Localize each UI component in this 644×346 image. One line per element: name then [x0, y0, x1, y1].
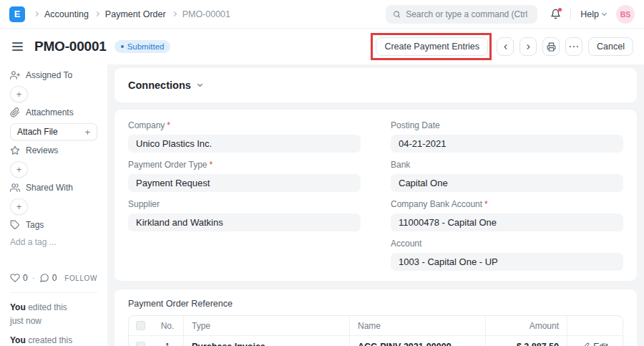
chevron-right-icon	[94, 11, 99, 16]
select-all-checkbox[interactable]	[136, 321, 145, 330]
tag-icon	[10, 220, 20, 230]
add-share-button[interactable]: +	[10, 198, 28, 215]
assigned-to-label: Assigned To	[26, 70, 72, 80]
prev-document-button[interactable]	[497, 37, 514, 56]
users-icon	[10, 183, 20, 193]
chevron-down-icon	[602, 10, 607, 15]
follow-button[interactable]: FOLLOW	[64, 274, 97, 282]
breadcrumb: Accounting Payment Order PMO-00001	[28, 9, 230, 19]
app-logo[interactable]: E	[9, 6, 25, 22]
status-label: Submitted	[127, 42, 165, 51]
column-header-no: No.	[152, 316, 183, 335]
supplier-input[interactable]: Kirkland and Watkins	[128, 213, 361, 231]
table-row: 1 Purchase Invoice ACC-PINV-2021-00009 $…	[129, 336, 623, 346]
activity-action: created this	[28, 335, 72, 345]
shared-with-label: Shared With	[26, 183, 73, 193]
field-account: Account 1003 - Capital One - UP	[391, 239, 623, 271]
search-icon	[393, 10, 401, 19]
field-label: Bank	[391, 160, 410, 170]
connections-section-header[interactable]: Connections	[114, 68, 637, 102]
activity-actor: You	[10, 302, 26, 312]
likes-count: 0	[23, 273, 28, 283]
more-actions-button[interactable]	[565, 37, 582, 56]
next-document-button[interactable]	[519, 37, 537, 56]
activity-time: just now	[10, 316, 42, 326]
column-header-actions	[567, 316, 623, 335]
create-payment-entries-button[interactable]: Create Payment Entries	[376, 37, 488, 56]
add-review-button[interactable]: +	[10, 161, 28, 178]
help-menu[interactable]: Help	[580, 9, 606, 19]
top-nav-bar: E Accounting Payment Order PMO-00001 Hel…	[0, 0, 644, 29]
search-input[interactable]	[406, 9, 530, 19]
add-tag-input[interactable]: Add a tag ...	[10, 237, 97, 247]
row-checkbox[interactable]	[136, 342, 145, 346]
reviews-label: Reviews	[26, 145, 58, 155]
activity-entry: You created this just now	[10, 334, 97, 346]
page-title: PMO-00001	[34, 39, 107, 54]
chevron-left-icon	[502, 43, 509, 51]
main-content: Connections Company * Unico Plastics Inc…	[107, 64, 644, 346]
star-icon	[10, 145, 20, 155]
global-search[interactable]	[386, 5, 537, 24]
posting-date-input[interactable]: 04-21-2021	[391, 135, 623, 153]
sidebar-toggle-icon[interactable]	[11, 39, 24, 54]
document-sidebar: Assigned To + Attachments Attach File + …	[0, 64, 107, 346]
breadcrumb-current: PMO-00001	[182, 9, 230, 19]
print-button[interactable]	[542, 37, 560, 56]
user-avatar[interactable]: BS	[616, 5, 635, 24]
required-marker: *	[484, 199, 488, 210]
attach-file-button[interactable]: Attach File +	[10, 123, 97, 140]
reference-table-card: Payment Order Reference No. Type Name Am…	[114, 289, 637, 346]
notifications-button[interactable]	[550, 9, 561, 19]
company-input[interactable]: Unico Plastics Inc.	[128, 135, 361, 153]
bank-input[interactable]: Capital One	[391, 174, 623, 192]
breadcrumb-accounting[interactable]: Accounting	[44, 9, 89, 19]
notification-dot	[558, 8, 562, 11]
ellipsis-icon	[570, 46, 579, 48]
column-header-type: Type	[183, 316, 349, 335]
table-header-row: No. Type Name Amount	[129, 316, 623, 336]
row-edit-button[interactable]: Edit	[567, 336, 623, 346]
field-label: Supplier	[128, 199, 160, 210]
attachments-label: Attachments	[26, 107, 74, 117]
account-input[interactable]: 1003 - Capital One - UP	[391, 253, 623, 271]
row-type: Purchase Invoice	[183, 336, 349, 346]
comments-count: 0	[52, 273, 57, 283]
row-name: ACC-PINV-2021-00009	[349, 336, 485, 346]
breadcrumb-payment-order[interactable]: Payment Order	[105, 9, 166, 19]
heart-icon[interactable]	[10, 273, 20, 283]
social-row: 0 · 0 FOLLOW	[10, 273, 97, 283]
details-form-card: Company * Unico Plastics Inc. Payment Or…	[114, 110, 637, 281]
activity-action: edited this	[28, 302, 67, 312]
field-label: Account	[391, 239, 421, 249]
status-badge: Submitted	[114, 40, 171, 53]
header-divider	[570, 9, 571, 19]
paperclip-icon	[10, 107, 20, 117]
company-bank-account-input[interactable]: 11000478 - Capital One	[391, 213, 623, 231]
activity-entry: You edited this just now	[10, 301, 97, 327]
field-posting-date: Posting Date 04-21-2021	[391, 120, 623, 153]
cancel-button[interactable]: Cancel	[588, 37, 633, 56]
sidebar-divider	[10, 292, 97, 293]
reference-table: No. Type Name Amount 1 Purchase Invoice …	[128, 315, 623, 346]
user-plus-icon	[10, 70, 20, 80]
column-header-amount: Amount	[485, 316, 567, 335]
pencil-icon	[582, 342, 590, 346]
field-label: Posting Date	[391, 120, 440, 131]
attach-file-label: Attach File	[17, 127, 58, 137]
page-title-bar: PMO-00001 Submitted Create Payment Entri…	[0, 29, 644, 64]
printer-icon	[547, 42, 556, 52]
add-assignment-button[interactable]: +	[10, 86, 28, 102]
action-toolbar: Create Payment Entries Cancel	[376, 37, 633, 56]
chevron-right-icon	[525, 43, 532, 51]
field-label: Payment Order Type	[128, 160, 208, 170]
tags-section: Tags Add a tag ...	[10, 218, 97, 247]
payment-order-type-input[interactable]: Payment Request	[128, 174, 361, 192]
chevron-down-icon	[197, 82, 203, 87]
field-label: Company Bank Account	[391, 199, 482, 210]
tags-label: Tags	[26, 220, 44, 230]
comment-icon[interactable]	[39, 273, 49, 283]
attachments-section: Attachments Attach File +	[10, 106, 97, 140]
plus-icon: +	[84, 127, 90, 138]
reviews-section: Reviews +	[10, 144, 97, 178]
